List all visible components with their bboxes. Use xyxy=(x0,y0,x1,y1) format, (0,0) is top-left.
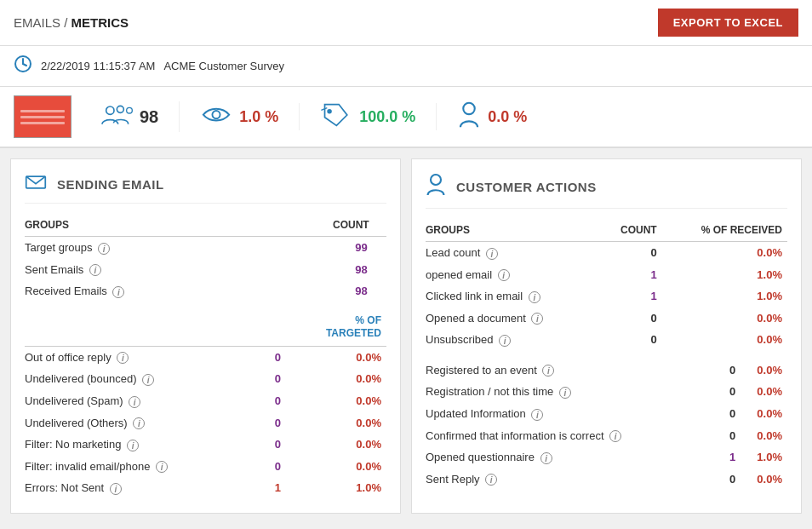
pct-targeted-header: % OFTARGETED xyxy=(288,311,386,347)
info-icon[interactable]: i xyxy=(117,352,129,364)
survey-name-label: ACME Customer Survey xyxy=(163,60,284,72)
row-label: Undelivered (Spam) i xyxy=(25,390,266,412)
click-rate-value: 100.0 % xyxy=(359,108,415,126)
info-icon[interactable]: i xyxy=(156,461,168,473)
clock-icon xyxy=(14,55,32,78)
row-count: 0 xyxy=(266,434,288,456)
info-icon[interactable]: i xyxy=(486,248,498,260)
row-pct: 0.0% xyxy=(664,242,787,264)
customer-actions-table-bottom: Registered to an event i 0 0.0% Registra… xyxy=(426,359,787,490)
row-pct: 0.0% xyxy=(288,368,386,390)
row-label: Lead count i xyxy=(426,242,602,264)
info-icon[interactable]: i xyxy=(609,430,621,442)
top-bar: EMAILS / METRICS EXPORT TO EXCEL xyxy=(0,0,812,46)
svg-point-4 xyxy=(117,106,123,112)
row-count: 0 xyxy=(266,390,288,412)
row-pct: 0.0% xyxy=(742,359,787,382)
row-count: 98 xyxy=(276,259,375,281)
ca-count-header: COUNT xyxy=(602,221,664,242)
row-label: Confirmed that information is correct i xyxy=(426,425,723,447)
table-row: Target groups i 99 xyxy=(25,237,386,259)
table-row: Filter: No marketing i 0 0.0% xyxy=(25,434,386,456)
row-label: opened email i xyxy=(426,264,602,286)
info-icon[interactable]: i xyxy=(98,243,110,255)
info-icon[interactable]: i xyxy=(112,286,124,298)
row-count: 0 xyxy=(723,425,743,447)
row-pct: 0.0% xyxy=(288,456,386,478)
info-icon[interactable]: i xyxy=(529,291,540,303)
sending-email-label: SENDING EMAIL xyxy=(57,177,164,192)
table-row: Opened a document i 0 0.0% xyxy=(426,308,787,330)
groups-header: GROUPS xyxy=(25,216,276,237)
row-label: Unsubscribed i xyxy=(426,329,602,351)
row-label: Sent Emails i xyxy=(25,259,276,281)
info-icon[interactable]: i xyxy=(499,335,511,347)
row-pct: 0.0% xyxy=(742,381,787,403)
row-count: 0 xyxy=(602,308,664,330)
row-count: 0 xyxy=(723,469,743,491)
row-count: 0 xyxy=(266,456,288,478)
customer-actions-title: CUSTOMER ACTIONS xyxy=(426,173,787,209)
row-pct: 0.0% xyxy=(664,308,787,330)
table-row: Confirmed that information is correct i … xyxy=(426,425,787,447)
info-icon[interactable]: i xyxy=(89,264,101,276)
info-icon[interactable]: i xyxy=(485,474,497,486)
info-icon[interactable]: i xyxy=(110,483,122,495)
info-icon[interactable]: i xyxy=(127,440,139,451)
info-icon[interactable]: i xyxy=(129,396,140,408)
table-row: Received Emails i 98 xyxy=(25,280,386,302)
svg-point-3 xyxy=(106,106,114,114)
unsub-rate-value: 0.0 % xyxy=(488,108,527,126)
info-icon[interactable]: i xyxy=(531,313,543,325)
table-row: Undelivered (Spam) i 0 0.0% xyxy=(25,390,386,412)
info-icon[interactable]: i xyxy=(542,365,554,377)
info-icon[interactable]: i xyxy=(142,374,154,386)
info-icon[interactable]: i xyxy=(531,409,543,421)
row-pct: 0.0% xyxy=(288,390,386,412)
metric-click-rate: 100.0 % xyxy=(300,103,437,130)
customer-actions-table-top: GROUPS COUNT % OF RECEIVED Lead count i … xyxy=(426,221,787,351)
row-pct: 1.0% xyxy=(288,477,386,499)
info-icon[interactable]: i xyxy=(133,417,145,429)
row-label: Updated Information i xyxy=(426,403,723,425)
info-icon[interactable]: i xyxy=(540,452,552,464)
row-pct: 0.0% xyxy=(288,346,386,368)
tag-icon xyxy=(320,103,352,130)
table-row: Clicked link in email i 1 1.0% xyxy=(426,285,787,308)
table-row: Out of office reply i 0 0.0% xyxy=(25,346,386,368)
table-row: Opened questionnaire i 1 1.0% xyxy=(426,446,787,469)
row-pct: 0.0% xyxy=(742,403,787,425)
breadcrumb-emails: EMAILS xyxy=(14,15,60,30)
breadcrumb-sep: / xyxy=(60,15,71,30)
row-pct: 1.0% xyxy=(742,446,787,469)
export-to-excel-button[interactable]: EXPORT TO EXCEL xyxy=(658,9,798,37)
recipients-count: 98 xyxy=(140,107,158,127)
row-label: Undelivered (bounced) i xyxy=(25,368,266,390)
metric-open-rate: 1.0 % xyxy=(180,103,300,130)
row-label: Sent Reply i xyxy=(426,469,723,491)
breadcrumb: EMAILS / METRICS xyxy=(14,15,129,30)
row-label: Filter: No marketing i xyxy=(25,434,266,456)
row-label: Registered to an event i xyxy=(426,359,723,382)
row-label: Opened questionnaire i xyxy=(426,446,723,469)
row-label: Received Emails i xyxy=(25,280,276,302)
table-row: Unsubscribed i 0 0.0% xyxy=(426,329,787,351)
table-row: Undelivered (Others) i 0 0.0% xyxy=(25,412,386,434)
svg-point-5 xyxy=(127,107,133,113)
info-icon[interactable]: i xyxy=(559,387,571,399)
ca-groups-header: GROUPS xyxy=(426,221,602,242)
breadcrumb-metrics: METRICS xyxy=(71,15,129,30)
row-count: 1 xyxy=(602,264,664,286)
row-label: Out of office reply i xyxy=(25,346,266,368)
metric-unsub-rate: 0.0 % xyxy=(437,101,547,132)
svg-line-2 xyxy=(23,64,26,66)
main-content: SENDING EMAIL GROUPS COUNT Target groups… xyxy=(0,148,812,524)
table-row: Filter: invalid email/phone i 0 0.0% xyxy=(25,456,386,478)
customer-actions-label: CUSTOMER ACTIONS xyxy=(456,180,597,194)
svg-point-6 xyxy=(213,111,220,118)
count-col-header xyxy=(266,311,288,347)
row-label: Registration / not this time i xyxy=(426,381,723,403)
row-count: 1 xyxy=(266,477,288,499)
table-row: Sent Emails i 98 xyxy=(25,259,386,281)
info-icon[interactable]: i xyxy=(498,269,510,281)
